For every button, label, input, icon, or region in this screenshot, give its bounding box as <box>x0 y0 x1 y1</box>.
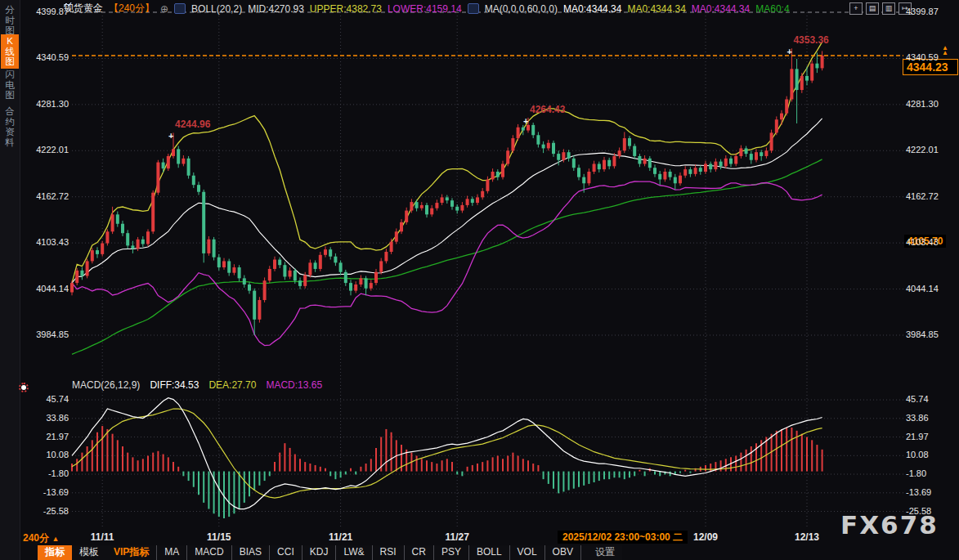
candle-body <box>719 162 723 167</box>
candle-body <box>638 156 641 164</box>
macd-name[interactable]: MACD(26,12,9) <box>72 379 140 391</box>
toolbar-item-boll[interactable]: BOLL <box>468 545 509 560</box>
toolbar-item-kdj[interactable]: KDJ <box>302 545 336 560</box>
macd-diff-line <box>72 398 822 509</box>
candle-body <box>517 128 520 138</box>
sidebar-tab-1[interactable]: 分时图 <box>1 3 19 38</box>
candle-body <box>349 283 352 291</box>
sidebar: 分时图K线图闪电图合约资料 <box>0 0 20 560</box>
candle-body <box>359 278 362 284</box>
candle-body <box>501 164 504 177</box>
candle-body <box>704 164 707 172</box>
candle-body <box>273 260 276 269</box>
candle-body <box>714 162 717 170</box>
candle-body <box>755 152 758 160</box>
toolbar-item-cr[interactable]: CR <box>404 545 433 560</box>
extreme-marker-icon: + <box>786 47 791 56</box>
toolbar-item-macd[interactable]: MACD <box>186 545 231 560</box>
toolbar-item-ma[interactable]: MA <box>156 545 186 560</box>
candle-body <box>790 69 793 99</box>
candle-body <box>232 267 235 273</box>
period-badge[interactable]: 【240分】 <box>109 2 155 16</box>
candle-body <box>75 271 78 283</box>
price-annotation: 4264.43 <box>530 104 565 115</box>
price-axis-label: 4340.59 <box>906 52 953 62</box>
toolbar-item-cci[interactable]: CCI <box>269 545 302 560</box>
price-axis-label: 4340.59 <box>28 52 69 62</box>
bottom-toolbar: 指标模板VIP指标MAMACDBIASCCIKDJLW&RSICRPSYBOLL… <box>38 545 622 560</box>
candle-body <box>314 262 317 269</box>
sidebar-tab-4[interactable]: 合约资料 <box>1 105 19 149</box>
boll-lower: LOWER:4159.14 <box>388 3 462 15</box>
macd-macd: MACD:13.65 <box>266 379 322 391</box>
ma-name: MA(0,0,0,60,0,0) <box>485 3 558 15</box>
candle-body <box>370 283 373 289</box>
candle-body <box>587 172 590 183</box>
toolbar-item-psy[interactable]: PSY <box>433 545 468 560</box>
candle-body <box>536 135 540 144</box>
period-selector[interactable]: 240分 ▲ <box>23 531 59 545</box>
candle-body <box>365 278 368 288</box>
boll-indicator-icon[interactable] <box>174 3 186 14</box>
toolbar-item-vol[interactable]: VOL <box>509 545 544 560</box>
candle-body <box>379 261 383 271</box>
candle-body <box>131 245 134 249</box>
x-axis-date: 12/13 <box>784 531 830 543</box>
candle-body <box>694 168 697 174</box>
candle-body <box>552 143 555 154</box>
candle-body <box>821 56 824 68</box>
price-axis-label: 3984.85 <box>906 329 953 339</box>
period-arrow-icon: ▲ <box>52 535 59 543</box>
candle-body <box>567 152 571 159</box>
toolbar-item-obv[interactable]: OBV <box>544 545 581 560</box>
crosshair-tool[interactable]: + <box>849 2 863 15</box>
candle-body <box>96 250 99 254</box>
candle-body <box>734 156 737 164</box>
price-axis-label: 4222.01 <box>28 145 69 155</box>
candle-body <box>156 163 159 193</box>
candle-body <box>450 200 454 207</box>
ma-indicator-icon[interactable] <box>468 3 479 14</box>
price-axis-label: 4281.30 <box>906 99 953 109</box>
toolbar-item-[interactable]: 指标 <box>38 545 72 560</box>
macd-axis-label: -13.69 <box>28 487 69 497</box>
candle-body <box>688 169 692 174</box>
price-axis-label: 4281.30 <box>28 99 69 109</box>
toolbar-item-vip[interactable]: VIP指标 <box>106 545 156 560</box>
price-axis-label: 4103.43 <box>906 237 953 247</box>
toolbar-item-bias[interactable]: BIAS <box>231 545 269 560</box>
candle-body <box>455 207 459 211</box>
candle-body <box>446 197 449 200</box>
candle-body <box>511 138 514 150</box>
candle-body <box>243 278 246 284</box>
candle-body <box>618 150 621 156</box>
candle-body <box>354 284 357 291</box>
toolbar-item-lw[interactable]: LW& <box>335 545 371 560</box>
toolbar-item-rsi[interactable]: RSI <box>372 545 404 560</box>
chart-canvas[interactable] <box>0 0 959 560</box>
link-icon[interactable]: ⊕ <box>160 3 168 15</box>
sidebar-tab-3[interactable]: 闪电图 <box>1 68 19 102</box>
hover-time-tooltip: 2025/12/02 23:00~03:00 二 <box>558 531 688 544</box>
boll-name: BOLL(20,2) <box>191 3 242 15</box>
candle-body <box>709 164 712 169</box>
scale-right-tool[interactable]: ▥ <box>882 2 895 15</box>
candle-body <box>810 64 813 81</box>
candle-body <box>425 205 428 214</box>
candle-body <box>227 261 231 272</box>
scale-left-tool[interactable]: ▤ <box>866 2 879 15</box>
candle-body <box>415 202 419 208</box>
toolbar-item-[interactable]: 模板 <box>72 545 106 560</box>
candle-body <box>764 150 768 156</box>
candle-body <box>207 240 210 253</box>
candle-body <box>334 257 337 263</box>
candle-body <box>222 261 226 267</box>
toolbar-item-[interactable]: 设置 <box>588 545 622 560</box>
candle-body <box>238 267 241 278</box>
candle-body <box>162 163 165 169</box>
candle-body <box>86 261 89 276</box>
sidebar-tab-2[interactable]: K线图 <box>1 34 19 69</box>
price-axis-label: 4162.72 <box>28 191 69 201</box>
candle-body <box>213 240 216 258</box>
candle-body <box>815 64 818 69</box>
